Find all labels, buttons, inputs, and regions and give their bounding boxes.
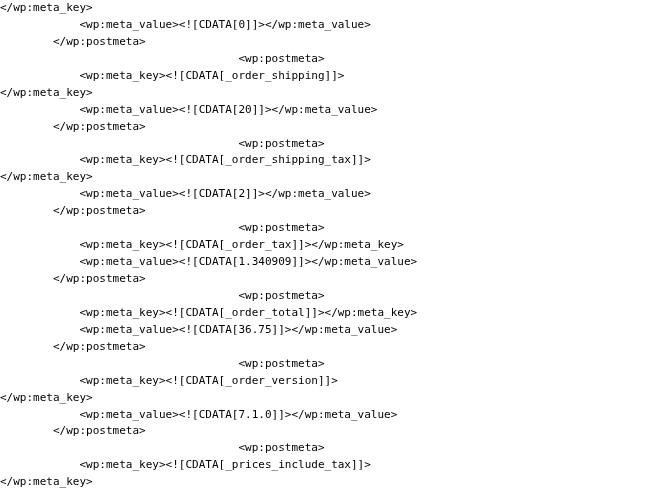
xml-code-block: </wp:meta_key> <wp:meta_value><![CDATA[0… bbox=[0, 0, 650, 491]
xml-code: </wp:meta_key> <wp:meta_value><![CDATA[0… bbox=[0, 1, 417, 488]
